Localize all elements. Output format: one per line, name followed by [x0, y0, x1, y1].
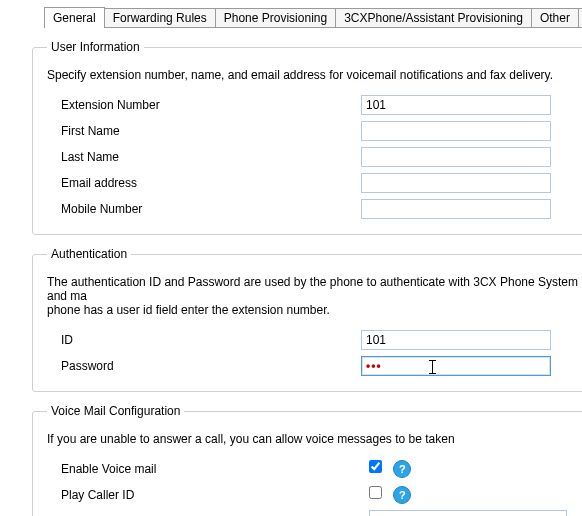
auth-id-input[interactable]	[361, 330, 551, 350]
user-info-description: Specify extension number, name, and emai…	[47, 68, 581, 82]
auth-description: The authentication ID and Password are u…	[47, 275, 581, 317]
tab-strip: General Forwarding Rules Phone Provision…	[0, 4, 582, 27]
tab-forwarding-rules[interactable]: Forwarding Rules	[104, 8, 216, 27]
mobile-number-label: Mobile Number	[47, 202, 361, 216]
last-name-input[interactable]	[361, 147, 551, 167]
section-user-information-legend: User Information	[47, 40, 144, 54]
play-caller-id-label: Play Caller ID	[47, 488, 369, 502]
email-address-input[interactable]	[361, 173, 551, 193]
section-authentication-legend: Authentication	[47, 247, 131, 261]
enable-voicemail-label: Enable Voice mail	[47, 462, 369, 476]
last-name-label: Last Name	[47, 150, 361, 164]
section-authentication: Authentication The authentication ID and…	[32, 247, 582, 392]
auth-password-input[interactable]: •••	[361, 356, 551, 376]
help-icon[interactable]: ?	[393, 486, 411, 504]
help-icon[interactable]: ?	[393, 460, 411, 478]
first-name-label: First Name	[47, 124, 361, 138]
text-cursor-icon	[429, 360, 436, 374]
tab-underline	[44, 27, 582, 28]
mobile-number-input[interactable]	[361, 199, 551, 219]
auth-password-label: Password	[47, 359, 361, 373]
voicemail-description: If you are unable to answer a call, you …	[47, 432, 581, 446]
auth-id-label: ID	[47, 333, 361, 347]
play-caller-id-checkbox[interactable]	[369, 486, 382, 499]
tab-other[interactable]: Other	[531, 8, 579, 27]
section-voicemail: Voice Mail Configuration If you are unab…	[32, 404, 582, 516]
first-name-input[interactable]	[361, 121, 551, 141]
tab-office-hours[interactable]: Office Hours	[578, 8, 582, 27]
tab-3cxphone-provisioning[interactable]: 3CXPhone/Assistant Provisioning	[335, 8, 532, 27]
tab-phone-provisioning[interactable]: Phone Provisioning	[215, 8, 336, 27]
extension-number-input[interactable]	[361, 95, 551, 115]
email-address-label: Email address	[47, 176, 361, 190]
password-mask: •••	[366, 359, 382, 373]
extension-number-label: Extension Number	[47, 98, 361, 112]
tab-general[interactable]: General	[44, 7, 105, 28]
section-user-information: User Information Specify extension numbe…	[32, 40, 582, 235]
readout-datetime-select[interactable]: Do not read	[369, 510, 567, 516]
enable-voicemail-checkbox[interactable]	[369, 460, 382, 473]
section-voicemail-legend: Voice Mail Configuration	[47, 404, 184, 418]
